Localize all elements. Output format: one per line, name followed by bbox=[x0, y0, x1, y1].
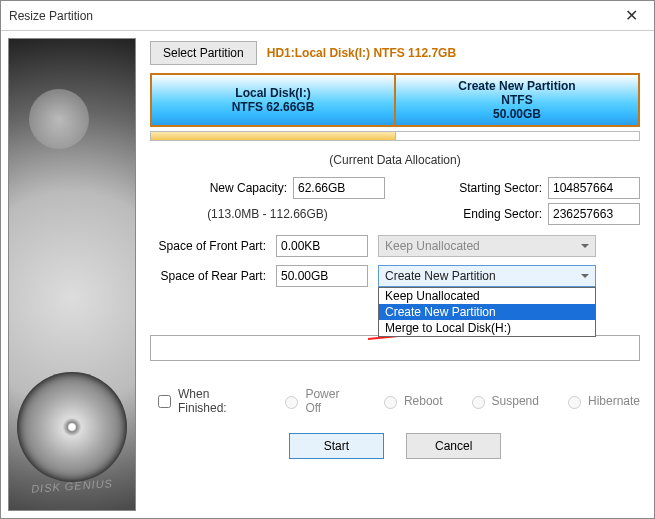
allocation-caption: (Current Data Allocation) bbox=[150, 153, 640, 167]
front-mode-select: Keep Unallocated bbox=[378, 235, 596, 257]
reboot-radio bbox=[384, 396, 397, 409]
start-button[interactable]: Start bbox=[289, 433, 384, 459]
title-bar: Resize Partition ✕ bbox=[1, 1, 654, 31]
partition-segment-local[interactable]: Local Disk(I:) NTFS 62.66GB bbox=[152, 75, 396, 125]
ending-sector-input[interactable] bbox=[548, 203, 640, 225]
space-front-label: Space of Front Part: bbox=[150, 239, 266, 253]
rear-mode-option-create[interactable]: Create New Partition bbox=[379, 304, 595, 320]
space-rear-input[interactable] bbox=[276, 265, 368, 287]
space-rear-label: Space of Rear Part: bbox=[150, 269, 266, 283]
selected-disk-label: HD1:Local Disk(I:) NTFS 112.7GB bbox=[267, 46, 456, 60]
suspend-radio bbox=[472, 396, 485, 409]
when-finished-label: When Finished: bbox=[178, 387, 256, 415]
starting-sector-label: Starting Sector: bbox=[452, 181, 542, 195]
capacity-range: (113.0MB - 112.66GB) bbox=[150, 207, 385, 221]
when-finished-checkbox[interactable] bbox=[158, 395, 171, 408]
new-capacity-input[interactable] bbox=[293, 177, 385, 199]
space-front-input[interactable] bbox=[276, 235, 368, 257]
partition-bar[interactable]: Local Disk(I:) NTFS 62.66GB Create New P… bbox=[150, 73, 640, 127]
rear-mode-dropdown-list: Keep Unallocated Create New Partition Me… bbox=[378, 287, 596, 337]
allocation-bar bbox=[150, 131, 640, 141]
close-icon[interactable]: ✕ bbox=[617, 1, 646, 31]
hibernate-radio bbox=[568, 396, 581, 409]
rear-mode-option-keep[interactable]: Keep Unallocated bbox=[379, 288, 595, 304]
select-partition-button[interactable]: Select Partition bbox=[150, 41, 257, 65]
sidebar-disk-image: DISK GENIUS bbox=[8, 38, 136, 511]
partition-segment-new[interactable]: Create New Partition NTFS 50.00GB bbox=[396, 75, 638, 125]
rear-mode-selected[interactable]: Create New Partition bbox=[378, 265, 596, 287]
ending-sector-label: Ending Sector: bbox=[452, 207, 542, 221]
rear-mode-select[interactable]: Create New Partition Keep Unallocated Cr… bbox=[378, 265, 596, 287]
cancel-button[interactable]: Cancel bbox=[406, 433, 501, 459]
rear-mode-option-merge[interactable]: Merge to Local Disk(H:) bbox=[379, 320, 595, 336]
status-input[interactable] bbox=[150, 335, 640, 361]
window-title: Resize Partition bbox=[9, 1, 93, 31]
starting-sector-input[interactable] bbox=[548, 177, 640, 199]
new-capacity-label: New Capacity: bbox=[197, 181, 287, 195]
poweroff-radio bbox=[285, 396, 298, 409]
